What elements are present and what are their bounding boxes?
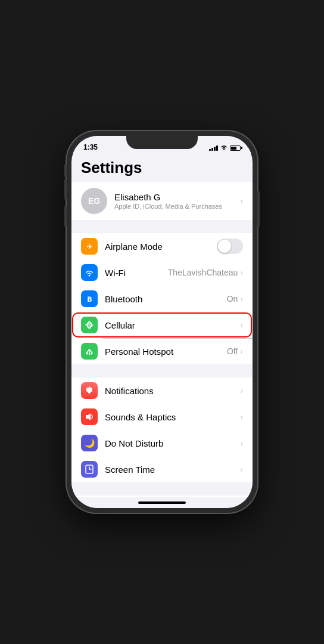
wifi-icon bbox=[81, 264, 98, 281]
battery-icon bbox=[230, 145, 241, 151]
do-not-disturb-label: Do Not Disturb bbox=[105, 438, 240, 448]
airplane-mode-toggle[interactable] bbox=[217, 239, 243, 254]
silent-button[interactable] bbox=[64, 164, 67, 177]
wifi-row[interactable]: Wi-Fi TheLavishChateau › bbox=[71, 259, 253, 286]
do-not-disturb-icon: 🌙 bbox=[81, 435, 98, 451]
personal-hotspot-chevron: › bbox=[240, 346, 243, 356]
home-bar bbox=[138, 501, 186, 504]
wifi-value: TheLavishChateau bbox=[168, 268, 238, 277]
personal-hotspot-value: Off bbox=[227, 346, 238, 356]
svg-marker-7 bbox=[86, 413, 91, 420]
airplane-mode-row[interactable]: ✈ Airplane Mode bbox=[71, 233, 253, 259]
screen-time-chevron: › bbox=[240, 465, 243, 474]
sounds-icon bbox=[81, 408, 98, 425]
notifications-row[interactable]: Notifications › bbox=[71, 377, 253, 404]
notifications-chevron: › bbox=[240, 386, 243, 395]
connectivity-group: ✈ Airplane Mode bbox=[71, 233, 253, 364]
general-row[interactable]: General › bbox=[71, 496, 253, 497]
phone-screen: 1:35 bbox=[71, 136, 253, 508]
airplane-mode-label: Airplane Mode bbox=[105, 242, 217, 252]
bluetooth-icon: ʙ bbox=[81, 290, 98, 307]
wifi-label: Wi-Fi bbox=[105, 268, 168, 278]
notifications-icon bbox=[81, 382, 98, 399]
cellular-icon bbox=[81, 317, 98, 333]
screen-time-icon bbox=[81, 461, 98, 478]
screen-time-label: Screen Time bbox=[105, 465, 240, 475]
cellular-row[interactable]: Cellular › bbox=[71, 312, 253, 338]
sounds-chevron: › bbox=[240, 412, 243, 422]
svg-point-0 bbox=[223, 149, 225, 150]
power-button[interactable] bbox=[257, 191, 260, 227]
do-not-disturb-row[interactable]: 🌙 Do Not Disturb › bbox=[71, 430, 253, 456]
section-gap-3 bbox=[71, 482, 253, 496]
account-name: Elisabeth G bbox=[114, 192, 240, 202]
volume-down-button[interactable] bbox=[64, 206, 67, 227]
airplane-mode-icon: ✈ bbox=[81, 238, 98, 255]
wifi-status-icon bbox=[220, 144, 228, 151]
notch bbox=[126, 136, 198, 149]
personal-hotspot-label: Personal Hotspot bbox=[105, 346, 227, 357]
section-gap-2 bbox=[71, 364, 253, 377]
wifi-chevron: › bbox=[240, 268, 243, 277]
page-title: Settings bbox=[71, 154, 253, 182]
personal-hotspot-row[interactable]: Personal Hotspot Off › bbox=[71, 338, 253, 364]
account-info: Elisabeth G Apple ID, iCloud, Media & Pu… bbox=[114, 192, 240, 210]
home-indicator bbox=[71, 497, 253, 508]
sounds-haptics-row[interactable]: Sounds & Haptics › bbox=[71, 404, 253, 430]
notifications-label: Notifications bbox=[105, 386, 240, 396]
bluetooth-chevron: › bbox=[240, 294, 243, 304]
avatar: EG bbox=[81, 188, 107, 214]
cellular-chevron: › bbox=[240, 320, 243, 330]
svg-rect-5 bbox=[86, 388, 92, 392]
screen-time-row[interactable]: Screen Time › bbox=[71, 456, 253, 482]
account-subtitle: Apple ID, iCloud, Media & Purchases bbox=[114, 203, 240, 210]
signal-icon bbox=[209, 145, 218, 151]
screen-content[interactable]: Settings EG Elisabeth G Apple ID, iCloud… bbox=[71, 154, 253, 497]
section-gap-1 bbox=[71, 220, 253, 233]
bluetooth-value: On bbox=[227, 294, 238, 304]
volume-up-button[interactable] bbox=[64, 179, 67, 200]
svg-point-1 bbox=[89, 275, 91, 277]
account-row[interactable]: EG Elisabeth G Apple ID, iCloud, Media &… bbox=[71, 182, 253, 220]
notifications-group: Notifications › Sounds & Haptics › bbox=[71, 377, 253, 482]
bluetooth-row[interactable]: ʙ Bluetooth On › bbox=[71, 286, 253, 312]
status-time: 1:35 bbox=[83, 143, 98, 151]
bluetooth-label: Bluetooth bbox=[105, 294, 227, 304]
account-chevron: › bbox=[240, 196, 243, 206]
personal-hotspot-icon bbox=[81, 343, 98, 360]
phone-frame: 1:35 bbox=[67, 131, 257, 513]
svg-point-6 bbox=[89, 386, 90, 388]
sounds-label: Sounds & Haptics bbox=[105, 412, 240, 422]
do-not-disturb-chevron: › bbox=[240, 438, 243, 448]
svg-point-4 bbox=[91, 353, 92, 355]
status-icons bbox=[209, 144, 241, 151]
cellular-label: Cellular bbox=[105, 320, 240, 330]
general-group: General › Control Center › bbox=[71, 496, 253, 497]
svg-point-3 bbox=[86, 353, 88, 355]
